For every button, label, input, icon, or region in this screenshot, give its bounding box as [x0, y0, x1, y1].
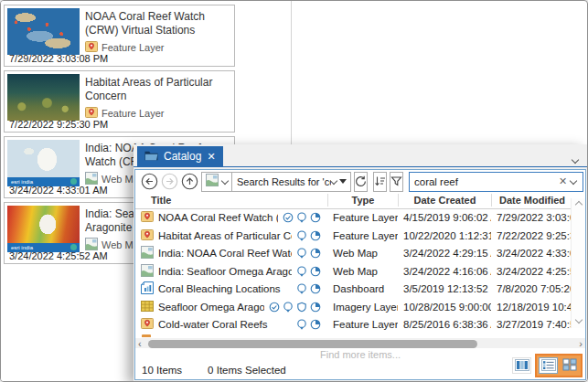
chevron-down-icon[interactable] [330, 176, 337, 184]
dashboard-icon [141, 281, 154, 296]
table-row[interactable]: Habitat Areas of Particular Conce... Fea… [135, 227, 572, 245]
living-atlas-badge-icon [296, 212, 307, 223]
location-type-dropdown[interactable] [202, 173, 232, 191]
up-icon[interactable] [181, 173, 198, 190]
subscriber-badge-icon [310, 230, 321, 241]
card-title: Habitat Areas of Particular Concern [85, 76, 233, 103]
tab-catalog[interactable]: Catalog ✕ [137, 146, 223, 166]
tab-label: Catalog [164, 150, 201, 163]
scroll-right-icon[interactable]: › [579, 338, 583, 350]
scroll-left-icon[interactable]: ‹ [138, 338, 142, 350]
thumbnails-view-icon [562, 358, 577, 373]
column-header-title[interactable]: Title [135, 194, 327, 207]
row-date-created: 8/25/2016 6:38:36 AM [398, 319, 491, 330]
catalog-card[interactable]: NOAA Coral Reef Watch (CRW) Virtual Stat… [4, 5, 235, 67]
feature-layer-icon [141, 228, 154, 243]
location-label: Search Results for 'cora... [232, 176, 331, 187]
partial-row-icon [142, 334, 151, 337]
search-input[interactable] [414, 176, 555, 187]
table-row[interactable]: India: NOAA Coral Reef Watch (C... Web M… [135, 245, 572, 263]
catalog-toolbar: Search Results for 'cora... ✕ [135, 170, 585, 193]
row-title: India: Seafloor Omega Aragonite... [158, 266, 292, 277]
web-map-icon [141, 264, 154, 279]
row-title: Seafloor Omega Aragonite... [158, 302, 264, 313]
columns-view-button[interactable] [512, 357, 531, 374]
living-atlas-badge-icon [296, 248, 307, 259]
table-row[interactable]: India: Seafloor Omega Aragonite... Web M… [135, 262, 572, 281]
card-type-label: Feature Layer [102, 108, 164, 119]
chevron-down-icon[interactable] [570, 176, 577, 184]
premium-badge-icon [296, 302, 307, 313]
filter-icon[interactable] [390, 172, 403, 192]
scroll-up-icon[interactable] [575, 201, 583, 208]
status-bar: 10 Items 0 Items Selected [135, 361, 585, 379]
row-date-modified: 12/18/2019 10:45:04 AM [491, 302, 572, 313]
table-row[interactable]: Coral Bleaching Locations Dashboard 3/5/… [135, 281, 572, 299]
back-icon[interactable] [141, 173, 158, 190]
living-atlas-badge-icon [296, 266, 307, 277]
item-thumbnail [7, 8, 80, 55]
card-type-label: Feature Layer [102, 42, 164, 53]
view-buttons-highlight [535, 354, 583, 377]
row-title: Cold-water Coral Reefs [158, 319, 268, 330]
row-type: Feature Layer [327, 212, 398, 223]
vertical-scrollbar[interactable] [571, 198, 585, 328]
table-row[interactable]: Cold-water Coral Reefs Feature Layer 8/2… [135, 316, 572, 334]
row-date-created: 3/24/2022 4:29:15 AM [398, 248, 491, 259]
dropdown-icon[interactable] [339, 179, 347, 184]
thumbnails-view-button[interactable] [560, 357, 579, 374]
search-box: ✕ [409, 172, 583, 192]
catalog-pane: Catalog ✕ Search Results for 'cora... [134, 144, 587, 381]
row-date-modified: 3/24/2022 4:25:52 AM [491, 266, 572, 277]
item-thumbnail: esri india [7, 206, 80, 252]
catalog-card[interactable]: Habitat Areas of Particular Concern Feat… [4, 70, 235, 133]
row-title: Habitat Areas of Particular Conce... [158, 230, 292, 241]
row-date-modified: 3/24/2022 4:33:01 AM [491, 248, 572, 259]
panel-divider [291, 1, 292, 145]
partial-row [135, 334, 558, 337]
column-header-type[interactable]: Type [327, 194, 398, 207]
clear-icon[interactable]: ✕ [559, 176, 567, 186]
subscriber-badge-icon [310, 266, 321, 277]
row-date-modified: 7/29/2022 3:03:08 PM [491, 212, 572, 223]
pane-menu-chevron-down-icon[interactable] [572, 152, 578, 168]
close-icon[interactable]: ✕ [207, 152, 215, 162]
horizontal-scrollbar[interactable]: ‹ › [135, 338, 585, 348]
scrollbar-thumb[interactable] [148, 340, 477, 348]
living-atlas-badge-icon [296, 283, 307, 294]
row-title: India: NOAA Coral Reef Watch (C... [158, 248, 292, 259]
authoritative-badge-icon [269, 302, 280, 313]
row-type: Imagery Layer [327, 302, 398, 313]
pane-tab-bar: Catalog ✕ [134, 144, 587, 167]
card-title: NOAA Coral Reef Watch (CRW) Virtual Stat… [85, 10, 233, 37]
table-row[interactable]: Seafloor Omega Aragonite... Imagery Laye… [135, 298, 572, 316]
refresh-icon[interactable] [354, 172, 368, 192]
subscriber-badge-icon [310, 319, 321, 330]
list-view-icon [541, 359, 556, 373]
scroll-down-icon[interactable] [575, 316, 583, 324]
subscriber-badge-icon [310, 283, 321, 294]
table-header: Title Type Date Created Date Modified [135, 193, 572, 209]
item-thumbnail [7, 74, 80, 121]
row-date-modified: 3/27/2019 7:40:52 AM [491, 319, 572, 330]
column-header-date-created[interactable]: Date Created [398, 194, 491, 207]
subscriber-badge-icon [310, 248, 321, 259]
column-header-date-modified[interactable]: Date Modified [491, 194, 572, 207]
row-type: Feature Layer [327, 230, 398, 241]
web-map-icon [206, 174, 219, 190]
sort-icon[interactable] [373, 172, 387, 192]
list-view-button[interactable] [539, 357, 558, 374]
columns-view-icon [515, 359, 529, 373]
location-combobox[interactable]: Search Results for 'cora... [201, 172, 351, 192]
forward-icon[interactable] [161, 173, 178, 190]
living-atlas-badge-icon [296, 230, 307, 241]
view-toggle-group [512, 354, 583, 377]
row-date-modified: 7/8/2020 7:05:20 PM [491, 283, 572, 294]
table-row[interactable]: NOAA Coral Reef Watch (CR... Feature Lay… [135, 209, 572, 228]
web-map-icon [141, 246, 154, 260]
imagery-layer-icon [141, 300, 154, 314]
card-date: 7/22/2022 9:25:30 PM [9, 119, 108, 130]
item-thumbnail: esri india [7, 140, 80, 186]
row-title: Coral Bleaching Locations [158, 283, 281, 294]
items-count: 10 Items [142, 365, 182, 376]
